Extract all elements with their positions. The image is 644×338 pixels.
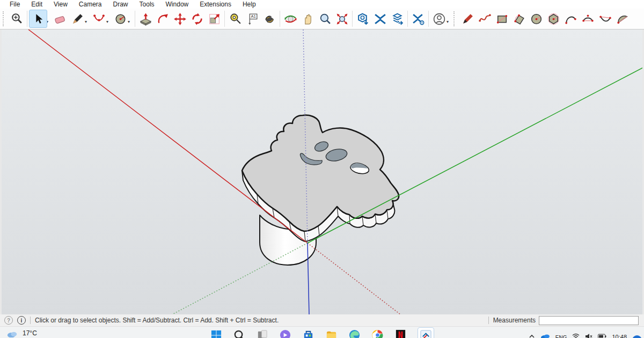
three-point-arc-icon bbox=[598, 12, 612, 26]
tape-measure-icon bbox=[229, 12, 242, 26]
toolbar-separator bbox=[224, 11, 225, 27]
draw-three-point-arc-button[interactable] bbox=[596, 10, 613, 27]
line-icon bbox=[461, 12, 474, 26]
taskbar-clock[interactable]: 10:48 bbox=[612, 334, 627, 338]
orbit-button[interactable] bbox=[282, 10, 299, 27]
info-circle-icon[interactable]: i bbox=[17, 316, 26, 325]
toolbar-grip[interactable] bbox=[453, 11, 457, 26]
draw-polygon-button[interactable] bbox=[545, 10, 562, 27]
flip-button[interactable] bbox=[371, 10, 389, 27]
extension-warehouse-icon bbox=[356, 12, 370, 26]
chevron-up-icon[interactable] bbox=[529, 334, 535, 338]
zoom-extents-button[interactable] bbox=[333, 10, 350, 27]
move-icon bbox=[173, 12, 187, 26]
measurements-label: Measurements bbox=[493, 317, 536, 324]
follow-me-button[interactable] bbox=[154, 10, 171, 27]
zoom-extents-icon bbox=[335, 12, 349, 26]
menu-draw[interactable]: Draw bbox=[108, 0, 134, 9]
clipchamp-icon[interactable] bbox=[279, 329, 291, 338]
zoom-icon bbox=[318, 12, 332, 26]
rotate-button[interactable] bbox=[188, 10, 206, 27]
toolbar: ▾ ▾ ▾ ▾ A1 bbox=[0, 9, 644, 30]
battery-icon[interactable] bbox=[598, 334, 606, 338]
extension-warehouse-button[interactable] bbox=[354, 10, 371, 27]
edge-icon[interactable] bbox=[348, 329, 361, 338]
tape-measure-button[interactable] bbox=[226, 10, 244, 27]
toolbar-grip[interactable] bbox=[3, 11, 6, 26]
text-label-icon: A1 bbox=[246, 12, 259, 26]
orbit-icon bbox=[284, 12, 297, 26]
scale-button[interactable] bbox=[206, 10, 223, 27]
circle-tool-button[interactable] bbox=[112, 10, 129, 27]
paint-bucket-icon bbox=[263, 12, 276, 26]
layers-export-button[interactable] bbox=[389, 10, 406, 27]
eraser-button[interactable] bbox=[52, 10, 69, 27]
notification-badge[interactable]: 2 bbox=[632, 335, 642, 338]
onedrive-icon[interactable] bbox=[540, 333, 550, 338]
rotated-rectangle-icon bbox=[513, 12, 526, 26]
menu-file[interactable]: File bbox=[4, 0, 26, 9]
taskview-icon[interactable] bbox=[256, 329, 268, 338]
menu-tools[interactable]: Tools bbox=[134, 0, 160, 9]
freehand-icon bbox=[478, 12, 492, 26]
toolbar-separator bbox=[407, 11, 408, 27]
store-icon[interactable] bbox=[302, 329, 314, 338]
move-button[interactable] bbox=[171, 10, 188, 27]
draw-rotated-rectangle-button[interactable] bbox=[510, 10, 528, 27]
paint-bucket-button[interactable] bbox=[261, 10, 278, 27]
account-button[interactable] bbox=[430, 10, 448, 27]
draw-freehand-button[interactable] bbox=[476, 10, 493, 27]
circle-tool-icon bbox=[114, 12, 127, 26]
red-axis bbox=[28, 30, 308, 243]
arc-tool-button[interactable] bbox=[90, 10, 107, 27]
push-pull-icon bbox=[139, 12, 152, 26]
model-viewport[interactable] bbox=[0, 30, 644, 314]
help-circle-icon[interactable]: ? bbox=[4, 316, 13, 325]
red-axis-dotted bbox=[308, 243, 400, 314]
zoom-button[interactable] bbox=[316, 10, 333, 27]
draw-rectangle-button[interactable] bbox=[493, 10, 510, 27]
netflix-icon[interactable] bbox=[394, 329, 407, 338]
menu-extensions[interactable]: Extensions bbox=[194, 0, 237, 9]
taskbar: 17°C ENG 10:48 2 bbox=[0, 326, 644, 338]
text-label-button[interactable]: A1 bbox=[244, 10, 261, 27]
arc-icon bbox=[564, 12, 577, 26]
menu-help[interactable]: Help bbox=[237, 0, 262, 9]
measurements-input[interactable] bbox=[539, 316, 639, 325]
rectangle-icon bbox=[495, 12, 509, 26]
explorer-icon[interactable] bbox=[325, 329, 338, 338]
search-icon[interactable] bbox=[233, 329, 245, 338]
wifi-icon[interactable] bbox=[572, 333, 580, 338]
draw-line-button[interactable] bbox=[459, 10, 476, 27]
sketchup-taskbar-button[interactable] bbox=[418, 327, 434, 338]
draw-two-point-arc-button[interactable] bbox=[579, 10, 596, 27]
line-tool-button[interactable] bbox=[69, 10, 86, 27]
volume-mute-icon[interactable] bbox=[585, 333, 592, 338]
zoom-window-icon bbox=[10, 12, 24, 26]
status-divider bbox=[488, 317, 489, 324]
follow-me-icon bbox=[156, 12, 170, 26]
draw-circle-button[interactable] bbox=[528, 10, 545, 27]
two-point-arc-icon bbox=[581, 12, 595, 26]
menu-view[interactable]: View bbox=[48, 0, 74, 9]
menu-window[interactable]: Window bbox=[160, 0, 195, 9]
menu-edit[interactable]: Edit bbox=[26, 0, 48, 9]
select-button[interactable] bbox=[29, 10, 47, 28]
circle-icon bbox=[530, 12, 543, 26]
draw-pie-button[interactable] bbox=[613, 10, 631, 27]
zoom-window-button[interactable] bbox=[8, 10, 25, 27]
taskbar-language[interactable]: ENG bbox=[555, 335, 567, 338]
eraser-icon bbox=[54, 12, 67, 26]
pan-button[interactable] bbox=[299, 10, 316, 27]
start-icon[interactable] bbox=[210, 329, 222, 338]
draw-arc-button[interactable] bbox=[562, 10, 579, 27]
push-pull-button[interactable] bbox=[137, 10, 154, 27]
polygon-icon bbox=[547, 12, 560, 26]
svg-text:A1: A1 bbox=[251, 14, 256, 19]
status-bar: ? i Click or drag to select objects. Shi… bbox=[0, 314, 644, 326]
menu-camera[interactable]: Camera bbox=[74, 0, 108, 9]
model-ghost-top-face[interactable] bbox=[242, 115, 399, 231]
chrome-icon[interactable] bbox=[371, 329, 384, 338]
flip-settings-button[interactable] bbox=[409, 10, 427, 27]
model-canvas bbox=[0, 30, 644, 314]
